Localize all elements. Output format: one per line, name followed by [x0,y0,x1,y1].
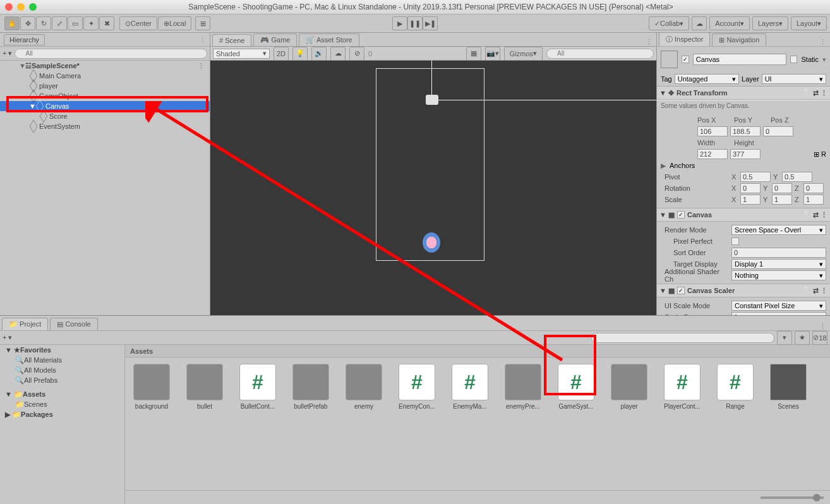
fx-icon[interactable]: ☁ [330,47,346,61]
posz-field[interactable] [763,126,793,136]
transform-tool-icon[interactable]: ✦ [83,16,99,30]
player-sprite[interactable] [423,232,440,253]
pivotx-field[interactable] [740,172,771,182]
audio-icon[interactable]: 🔊 [311,47,327,61]
2d-toggle[interactable]: 2D [274,47,289,61]
hierarchy-item[interactable]: Main Camera [0,71,210,81]
posx-field[interactable] [697,126,728,136]
rotate-tool-icon[interactable]: ↻ [36,16,51,30]
sort-order-field[interactable] [731,248,826,258]
hidden-icon[interactable]: ⊘ [349,47,364,61]
space-toggle[interactable]: ⊕Local [158,16,191,30]
pixel-perfect-checkbox[interactable] [731,237,739,245]
static-checkbox[interactable] [790,56,798,63]
assets-folder[interactable]: ▼ 📁 Assets [0,389,124,399]
scale-mode-dropdown[interactable]: Constant Pixel Size▾ [731,301,826,311]
posy-field[interactable] [730,126,761,136]
fav-icon[interactable]: ★ [795,331,810,345]
custom-tool-icon[interactable]: ✖ [99,16,114,30]
favorite-item[interactable]: 🔍 All Models [0,365,124,375]
camera-icon[interactable]: 📷▾ [485,47,500,61]
filter-icon[interactable]: ▾ [777,331,792,345]
layout-dropdown[interactable]: Layout ▾ [791,16,827,30]
gizmos-dropdown[interactable]: Gizmos ▾ [504,47,543,61]
sz-field[interactable] [803,195,824,205]
create-dropdown[interactable]: + ▾ [3,333,12,342]
hidden-icon[interactable]: ⊘18 [812,331,827,345]
collab-dropdown[interactable]: ✓ Collab ▾ [649,16,689,30]
asset-item[interactable]: background [131,364,172,410]
pivot-toggle[interactable]: ⊙Center [119,16,157,30]
hierarchy-item[interactable]: player [0,81,210,91]
asset-item[interactable]: enemy [344,364,384,410]
tab-project[interactable]: 📁 Project [2,318,48,330]
favorite-item[interactable]: 🔍 All Materials [0,355,124,365]
layer-dropdown[interactable]: UI▾ [762,74,826,84]
blueprint-icon[interactable]: ⊞ R [814,150,826,159]
thumbnail-slider[interactable] [761,496,824,499]
favorites-header[interactable]: ▼ ★ Favorites [0,345,124,355]
tab-asset-store[interactable]: 🛒 Asset Store [299,33,359,46]
scale-tool-icon[interactable]: ⤢ [52,16,67,30]
render-mode-dropdown[interactable]: Screen Space - Overl▾ [731,225,826,235]
hierarchy-item[interactable]: Score [0,111,210,121]
project-search[interactable] [591,333,774,343]
move-tool-icon[interactable]: ✥ [20,16,35,30]
tab-game[interactable]: 🎮 Game [253,33,297,46]
step-button[interactable]: ▶❚ [423,16,438,30]
sx-field[interactable] [740,195,761,205]
hand-tool-icon[interactable]: ✋ [4,16,20,30]
asset-item[interactable]: #EnemyMa... [450,364,490,410]
rotz-field[interactable] [803,183,824,193]
asset-item[interactable]: #EnemyCon... [397,364,437,410]
asset-item[interactable]: bulletPrefab [291,364,331,410]
layers-dropdown[interactable]: Layers ▾ [752,16,788,30]
breadcrumb[interactable]: Assets [125,345,830,357]
asset-item[interactable]: #GameSyst... [556,364,596,410]
canvas-header[interactable]: ▼ ▦ ✓ Canvas❔ ⇄ ⋮ [657,208,830,222]
snap-tool-icon[interactable]: ⊞ [195,16,210,30]
create-dropdown[interactable]: + ▾ [3,49,12,57]
asset-item[interactable]: #PlayerCont... [662,364,702,410]
rect-tool-icon[interactable]: ▭ [68,16,83,30]
shader-dropdown[interactable]: Nothing▾ [731,270,826,280]
cloud-icon[interactable]: ☁ [692,16,707,30]
scaler-header[interactable]: ▼ ▦ ✓ Canvas Scaler❔ ⇄ ⋮ [657,284,830,297]
play-button[interactable]: ▶ [392,16,407,30]
asset-item[interactable]: Scenes [768,364,809,410]
anchors-label[interactable]: Anchors [670,162,695,169]
roty-field[interactable] [772,183,792,193]
sy-field[interactable] [772,195,792,205]
target-display-dropdown[interactable]: Display 1▾ [731,259,826,269]
height-field[interactable] [730,149,761,159]
active-checkbox[interactable]: ✓ [682,56,689,63]
scale-factor-field[interactable] [731,312,826,315]
shading-dropdown[interactable]: Shaded▾ [213,49,270,59]
asset-item[interactable]: #BulletCont... [238,364,278,410]
hierarchy-item-canvas[interactable]: ▼Canvas [0,101,210,111]
maximize-icon[interactable] [29,3,37,11]
pivoty-field[interactable] [782,172,812,182]
tab-console[interactable]: ▤ Console [50,318,97,330]
slider-thumb[interactable] [813,494,821,501]
favorite-item[interactable]: 🔍 All Prefabs [0,375,124,385]
grid-icon[interactable]: ▦ [466,47,481,61]
width-field[interactable] [697,149,728,159]
asset-item[interactable]: bullet [184,364,225,410]
scene-viewport[interactable] [210,61,656,315]
pause-button[interactable]: ❚❚ [407,16,423,30]
hierarchy-tab[interactable]: Hierarchy [4,34,45,45]
tab-inspector[interactable]: ⓘ Inspector [659,33,710,46]
asset-item[interactable]: player [609,364,649,410]
hierarchy-item[interactable]: EventSystem [0,121,210,131]
packages-folder[interactable]: ▶ 📁 Packages [0,409,124,419]
hierarchy-item[interactable]: GameObject [0,91,210,101]
scene-search[interactable] [546,49,654,59]
hierarchy-search[interactable] [15,49,207,59]
rotx-field[interactable] [740,183,761,193]
object-name-field[interactable] [693,54,786,65]
minimize-icon[interactable] [17,3,25,11]
account-dropdown[interactable]: Account ▾ [709,16,750,30]
close-icon[interactable] [5,3,13,11]
asset-item[interactable]: #Range [715,364,755,410]
